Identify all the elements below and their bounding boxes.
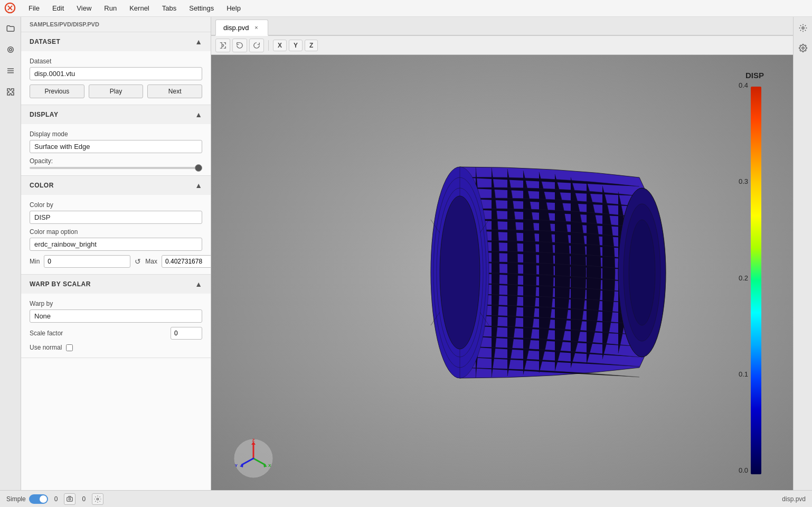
scale-label-01: 0.1 <box>739 370 748 378</box>
colormap-input[interactable] <box>30 238 202 251</box>
mesh-container <box>211 55 793 490</box>
mode-toggle[interactable] <box>29 494 48 504</box>
bottom-num2: 0 <box>82 495 86 503</box>
scale-row: Scale factor <box>30 327 202 340</box>
layers-icon[interactable] <box>3 42 18 57</box>
warp-title: WARP BY SCALAR <box>30 280 91 288</box>
list-icon[interactable] <box>3 63 18 78</box>
tab-label: disp.pvd <box>223 24 249 32</box>
dataset-input[interactable] <box>30 67 202 80</box>
svg-point-6 <box>222 44 224 46</box>
playback-controls: Previous Play Next <box>30 84 202 98</box>
svg-point-32 <box>802 27 804 29</box>
axis-z-button[interactable]: Z <box>305 40 318 51</box>
play-button[interactable]: Play <box>89 84 144 98</box>
menu-file[interactable]: File <box>23 2 45 14</box>
max-input[interactable] <box>162 255 211 268</box>
warp-header[interactable]: WARP BY SCALAR ▲ <box>21 275 211 294</box>
use-normal-row: Use normal <box>30 344 202 351</box>
color-section: COLOR ▲ Color by Color map option Min ↺ … <box>21 176 211 275</box>
warp-by-input[interactable] <box>30 309 202 323</box>
toolbar-separator <box>268 40 269 51</box>
bottom-file-label: disp.pvd <box>782 495 806 503</box>
next-button[interactable]: Next <box>147 84 202 98</box>
menu-help[interactable]: Help <box>221 2 246 14</box>
min-input[interactable] <box>44 255 130 268</box>
screenshot-button[interactable] <box>64 493 75 505</box>
refresh-button[interactable]: ↺ <box>135 256 141 267</box>
dataset-section: DATASET ▲ Dataset Previous Play Next <box>21 32 211 105</box>
menu-run[interactable]: Run <box>99 2 122 14</box>
svg-point-33 <box>802 47 804 49</box>
use-normal-checkbox[interactable] <box>66 344 73 351</box>
display-title: DISPLAY <box>30 111 58 118</box>
settings-icon-bottom[interactable] <box>92 493 103 505</box>
icon-rail <box>0 17 21 490</box>
bottom-num1: 0 <box>54 495 58 503</box>
scale-label-03: 0.3 <box>739 177 748 185</box>
settings-top-icon[interactable] <box>796 21 810 35</box>
menu-view[interactable]: View <box>71 2 97 14</box>
previous-button[interactable]: Previous <box>30 84 84 98</box>
right-area: disp.pvd × X <box>211 17 793 490</box>
toggle-switch: Simple <box>6 494 48 504</box>
svg-text:Z: Z <box>252 438 255 443</box>
settings-bottom-icon[interactable] <box>796 41 810 55</box>
display-header[interactable]: DISPLAY ▲ <box>21 105 211 124</box>
left-panel: SAMPLES/PVD/DISP.PVD DATASET ▲ Dataset P… <box>21 17 211 490</box>
tab-disp-pvd[interactable]: disp.pvd × <box>215 20 268 36</box>
display-mode-label: Display mode <box>30 130 202 138</box>
menu-kernel[interactable]: Kernel <box>124 2 155 14</box>
tab-close-button[interactable]: × <box>252 23 260 32</box>
menu-edit[interactable]: Edit <box>47 2 69 14</box>
color-by-input[interactable] <box>30 211 202 224</box>
toggle-knob <box>40 495 47 503</box>
svg-text:Y: Y <box>235 463 238 468</box>
axis-widget: Z X Y <box>232 437 275 480</box>
menu-settings[interactable]: Settings <box>184 2 219 14</box>
display-body: Display mode Opacity: <box>21 124 211 175</box>
svg-point-10 <box>629 220 655 325</box>
focus-button[interactable] <box>215 39 230 52</box>
axis-x-button[interactable]: X <box>273 40 287 51</box>
menu-tabs[interactable]: Tabs <box>157 2 182 14</box>
mode-label: Simple <box>6 495 26 503</box>
puzzle-icon[interactable] <box>3 84 18 99</box>
colorscale-labels: 0.4 0.3 0.2 0.1 0.0 <box>739 81 748 474</box>
colorscale-bar <box>751 87 761 474</box>
svg-point-2 <box>9 49 12 51</box>
app-logo <box>4 2 17 15</box>
display-mode-input[interactable] <box>30 140 202 153</box>
display-chevron: ▲ <box>195 110 202 119</box>
axis-svg: Z X Y <box>232 437 275 480</box>
scale-factor-label: Scale factor <box>30 330 166 337</box>
opacity-label: Opacity: <box>30 157 202 165</box>
dataset-body: Dataset Previous Play Next <box>21 51 211 105</box>
rotate-button[interactable] <box>249 39 264 52</box>
scale-label-00: 0.0 <box>739 466 748 474</box>
scale-input[interactable] <box>171 327 202 340</box>
viewport[interactable]: DISP 0.4 0.3 0.2 0.1 0.0 <box>211 55 793 490</box>
colorscale-title: DISP <box>745 71 764 80</box>
display-section: DISPLAY ▲ Display mode Opacity: <box>21 105 211 176</box>
min-max-row: Min ↺ Max <box>30 255 202 268</box>
warp-section: WARP BY SCALAR ▲ Warp by Scale factor Us… <box>21 275 211 358</box>
svg-point-1 <box>7 47 13 53</box>
dataset-title: DATASET <box>30 38 60 45</box>
right-icons <box>793 17 812 490</box>
scale-label-04: 0.4 <box>739 81 748 89</box>
folder-icon[interactable] <box>3 21 18 36</box>
color-header[interactable]: COLOR ▲ <box>21 176 211 195</box>
colormap-label: Color map option <box>30 228 202 236</box>
dataset-label: Dataset <box>30 58 202 65</box>
dataset-header[interactable]: DATASET ▲ <box>21 32 211 51</box>
mesh-svg <box>317 88 687 457</box>
reset-camera-button[interactable] <box>232 39 247 52</box>
axis-y-button[interactable]: Y <box>289 40 303 51</box>
svg-point-35 <box>69 498 71 500</box>
tab-bar: disp.pvd × <box>211 17 793 36</box>
svg-rect-34 <box>67 497 73 501</box>
color-body: Color by Color map option Min ↺ Max <box>21 195 211 274</box>
opacity-slider[interactable] <box>30 167 202 169</box>
opacity-slider-row <box>30 167 202 169</box>
